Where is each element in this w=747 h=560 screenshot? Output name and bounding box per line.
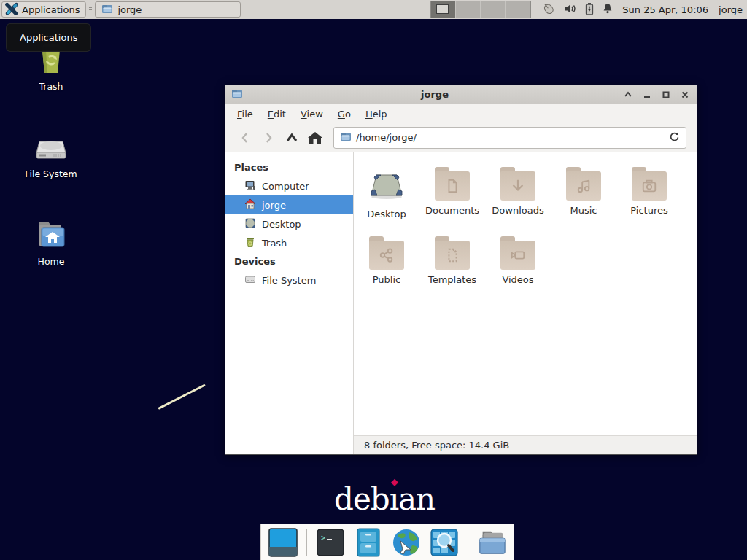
stray-line-artifact — [158, 384, 206, 409]
window-title: jorge — [247, 89, 622, 100]
file-item-documents[interactable]: Documents — [419, 166, 485, 235]
workspace-window-preview — [436, 4, 449, 14]
menu-help[interactable]: Help — [358, 106, 395, 122]
workspace-4[interactable] — [506, 1, 530, 18]
sidebar-item-trash[interactable]: Trash — [225, 233, 353, 252]
debian-logo-text: an — [398, 481, 435, 517]
desktop-icon-label: Home — [11, 256, 91, 267]
sidebar-item-label: Desktop — [262, 219, 301, 230]
sidebar-item-computer[interactable]: Computer — [225, 176, 353, 195]
location-path[interactable]: /home/jorge/ — [356, 132, 664, 143]
folder-icon — [231, 88, 243, 101]
sidebar-item-filesystem[interactable]: File System — [225, 271, 353, 289]
file-item-label: Downloads — [492, 205, 543, 216]
file-item-music[interactable]: Music — [551, 166, 616, 235]
applications-menu-button[interactable]: Applications — [1, 1, 86, 18]
workspace-1[interactable] — [431, 1, 456, 18]
templates-folder-icon — [435, 241, 470, 270]
maximize-button[interactable] — [660, 89, 672, 101]
statusbar-text: 8 folders, Free space: 14.4 GiB — [364, 440, 509, 451]
shade-button[interactable] — [622, 89, 634, 101]
home-button[interactable] — [306, 128, 325, 147]
panel-user-label[interactable]: jorge — [719, 4, 743, 15]
taskbar-window-label: jorge — [117, 4, 142, 15]
terminal-launcher-icon[interactable]: > — [316, 528, 345, 557]
desktop-icon-filesystem[interactable]: File System — [11, 128, 91, 179]
menu-edit[interactable]: Edit — [260, 106, 293, 122]
panel-clock[interactable]: Sun 25 Apr, 10:06 — [622, 4, 708, 15]
minimize-button[interactable] — [641, 89, 653, 101]
taskbar-window-button[interactable]: jorge — [95, 1, 241, 18]
forward-button[interactable] — [259, 128, 278, 147]
debian-red-diamond: ◆ — [391, 476, 398, 487]
sidebar: Places Computer — [225, 152, 354, 454]
show-desktop-icon[interactable] — [268, 528, 298, 557]
file-manager-launcher-icon[interactable] — [354, 528, 383, 557]
file-item-desktop[interactable]: Desktop — [354, 166, 419, 235]
file-item-pictures[interactable]: Pictures — [616, 166, 682, 235]
trash-icon — [244, 236, 256, 250]
directory-menu-icon[interactable] — [477, 528, 506, 557]
file-item-public[interactable]: Public — [354, 235, 419, 304]
panel-separator-handle — [87, 3, 94, 16]
sidebar-item-label: jorge — [262, 200, 286, 211]
file-item-label: Public — [373, 274, 400, 285]
file-item-label: Pictures — [630, 205, 667, 216]
desktop-icon-home[interactable]: Home — [11, 216, 91, 267]
up-button[interactable] — [282, 128, 301, 147]
home-icon — [244, 198, 256, 212]
application-finder-launcher-icon[interactable] — [430, 528, 459, 557]
sidebar-item-desktop[interactable]: Desktop — [225, 214, 353, 233]
reload-icon[interactable] — [668, 131, 680, 144]
applications-menu-label: Applications — [22, 4, 80, 15]
notifications-bell-icon[interactable] — [602, 2, 614, 17]
file-item-downloads[interactable]: Downloads — [485, 166, 551, 235]
file-item-templates[interactable]: Templates — [419, 235, 485, 304]
desktop-icon-label: File System — [11, 168, 91, 179]
sidebar-item-label: Computer — [262, 181, 309, 192]
sidebar-header-devices: Devices — [225, 252, 353, 271]
file-item-label: Videos — [502, 274, 533, 285]
file-view[interactable]: Desktop Documents Downloads — [354, 152, 697, 435]
menu-view[interactable]: View — [293, 106, 330, 122]
file-item-label: Templates — [428, 274, 476, 285]
file-item-label: Desktop — [367, 209, 406, 219]
close-button[interactable] — [679, 89, 691, 101]
statusbar: 8 folders, Free space: 14.4 GiB — [354, 435, 697, 454]
workspace-switcher[interactable] — [430, 1, 531, 18]
location-bar[interactable]: /home/jorge/ — [333, 127, 686, 149]
menubar: File Edit View Go Help — [225, 104, 697, 123]
top-panel: Applications jorge — [0, 0, 747, 19]
drive-icon — [244, 273, 256, 287]
public-folder-icon — [369, 241, 404, 270]
dock-panel: > — [260, 524, 514, 560]
workspace-3[interactable] — [481, 1, 506, 18]
drive-icon — [11, 128, 91, 166]
pictures-folder-icon — [632, 171, 667, 201]
dock-separator — [306, 529, 307, 556]
mouse-icon[interactable] — [541, 2, 556, 18]
file-item-label: Music — [570, 205, 597, 216]
dock-separator — [468, 529, 468, 556]
xfce-applications-icon — [5, 2, 18, 18]
sidebar-item-jorge[interactable]: jorge — [225, 195, 353, 214]
workspace-2[interactable] — [456, 1, 481, 18]
volume-icon[interactable] — [564, 3, 577, 17]
file-manager-window: jorge File Edit View Go Help — [225, 85, 697, 455]
menu-file[interactable]: File — [230, 106, 260, 122]
tooltip-text: Applications — [20, 32, 77, 43]
desktop-folder-icon — [368, 168, 405, 204]
applications-tooltip: Applications — [6, 23, 91, 52]
file-item-label: Documents — [425, 205, 479, 216]
battery-icon[interactable] — [585, 2, 594, 18]
downloads-folder-icon — [500, 171, 535, 201]
system-tray — [541, 2, 614, 18]
titlebar[interactable]: jorge — [225, 85, 697, 104]
sidebar-header-places: Places — [225, 158, 353, 176]
debian-logo-text: deb — [334, 481, 390, 517]
folder-icon — [101, 3, 113, 17]
menu-go[interactable]: Go — [330, 106, 358, 122]
back-button[interactable] — [236, 128, 255, 147]
file-item-videos[interactable]: Videos — [485, 235, 551, 304]
web-browser-launcher-icon[interactable] — [392, 528, 421, 557]
